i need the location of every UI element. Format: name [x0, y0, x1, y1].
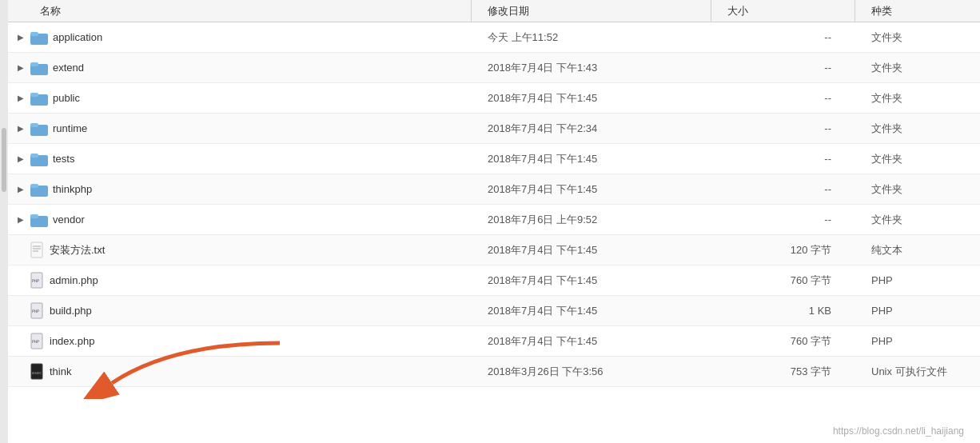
- file-name-cell: PHP build.php: [8, 296, 472, 325]
- file-name-text: 安装方法.txt: [50, 243, 105, 257]
- file-size-cell: 120 字节: [711, 243, 855, 257]
- file-date-cell: 2018年3月26日 下午3:56: [472, 365, 711, 379]
- file-type-cell: PHP: [855, 305, 980, 317]
- svg-rect-3: [30, 62, 38, 66]
- file-name-cell: 安装方法.txt: [8, 235, 472, 265]
- expand-arrow[interactable]: ▶: [16, 33, 26, 42]
- table-row[interactable]: ▶ application 今天 上午11:52 -- 文件夹: [8, 22, 980, 53]
- svg-text:PHP: PHP: [32, 309, 39, 313]
- table-row[interactable]: ▶ public 2018年7月4日 下午1:45 -- 文件夹: [8, 83, 980, 114]
- table-row[interactable]: PHP index.php 2018年7月4日 下午1:45 760 字节 PH…: [8, 326, 980, 357]
- file-size-cell: --: [711, 183, 855, 195]
- txt-file-icon: [30, 241, 45, 259]
- svg-rect-1: [30, 32, 38, 36]
- column-header-size: 大小: [711, 0, 855, 22]
- expand-arrow[interactable]: ▶: [16, 94, 26, 103]
- table-row[interactable]: ▶ runtime 2018年7月4日 下午2:34 -- 文件夹: [8, 114, 980, 144]
- file-size-cell: 760 字节: [711, 334, 855, 349]
- file-name-text: index.php: [50, 335, 94, 347]
- folder-icon: [30, 182, 48, 197]
- svg-text:exec: exec: [32, 370, 42, 375]
- expand-arrow-placeholder: [16, 337, 26, 346]
- file-date-cell: 2018年7月4日 下午1:45: [472, 182, 711, 197]
- table-row[interactable]: exec think 2018年3月26日 下午3:56 753 字节 Unix…: [8, 357, 980, 387]
- file-size-cell: --: [711, 62, 855, 74]
- file-date-cell: 2018年7月4日 下午2:34: [472, 122, 711, 136]
- table-container: 名称 修改日期 大小 种类 ▶ application 今天 上午11:52: [8, 0, 980, 387]
- table-row[interactable]: ▶ extend 2018年7月4日 下午1:43 -- 文件夹: [8, 53, 980, 83]
- unix-file-icon: exec: [30, 363, 45, 381]
- file-name-text: vendor: [53, 214, 85, 225]
- file-name-cell: ▶ public: [8, 83, 472, 113]
- file-name-cell: ▶ runtime: [8, 114, 472, 143]
- file-name-cell: ▶ thinkphp: [8, 174, 472, 204]
- file-name-text: application: [53, 31, 102, 43]
- file-type-cell: 纯文本: [855, 243, 980, 257]
- file-manager: 名称 修改日期 大小 种类 ▶ application 今天 上午11:52: [0, 0, 980, 443]
- table-row[interactable]: ▶ thinkphp 2018年7月4日 下午1:45 -- 文件夹: [8, 174, 980, 205]
- expand-arrow-placeholder: [16, 306, 26, 316]
- file-name-cell: ▶ vendor: [8, 205, 472, 234]
- column-header-type: 种类: [855, 0, 980, 22]
- file-size-cell: --: [711, 122, 855, 134]
- folder-icon: [30, 213, 48, 227]
- svg-rect-14: [31, 242, 42, 257]
- file-type-cell: 文件夹: [855, 91, 980, 106]
- expand-arrow[interactable]: ▶: [16, 215, 26, 225]
- file-type-cell: PHP: [855, 274, 980, 286]
- file-name-text: admin.php: [50, 274, 98, 286]
- expand-arrow[interactable]: ▶: [16, 154, 26, 164]
- file-type-cell: 文件夹: [855, 30, 980, 45]
- expand-arrow[interactable]: ▶: [16, 185, 26, 194]
- table-row[interactable]: ▶ vendor 2018年7月6日 上午9:52 -- 文件夹: [8, 205, 980, 235]
- file-name-cell: ▶ tests: [8, 144, 472, 174]
- file-size-cell: --: [711, 153, 855, 165]
- file-date-cell: 2018年7月4日 下午1:43: [472, 61, 711, 75]
- table-header: 名称 修改日期 大小 种类: [8, 0, 980, 22]
- svg-rect-7: [30, 123, 38, 127]
- file-date-cell: 2018年7月4日 下午1:45: [472, 304, 711, 318]
- file-type-cell: 文件夹: [855, 182, 980, 197]
- file-name-text: extend: [53, 62, 84, 74]
- file-size-cell: --: [711, 92, 855, 104]
- scrollbar[interactable]: [0, 0, 8, 443]
- file-type-cell: 文件夹: [855, 61, 980, 75]
- file-type-cell: PHP: [855, 335, 980, 347]
- file-type-cell: 文件夹: [855, 213, 980, 227]
- expand-arrow[interactable]: ▶: [16, 124, 26, 134]
- file-name-text: think: [50, 365, 71, 377]
- file-size-cell: 760 字节: [711, 273, 855, 288]
- svg-rect-5: [30, 93, 38, 97]
- file-name-text: thinkphp: [53, 183, 92, 195]
- file-name-cell: PHP index.php: [8, 326, 472, 356]
- expand-arrow-placeholder: [16, 276, 26, 285]
- scrollbar-thumb[interactable]: [2, 128, 6, 192]
- file-name-text: build.php: [50, 305, 92, 317]
- folder-icon: [30, 152, 48, 166]
- file-name-cell: exec think: [8, 357, 472, 386]
- file-name-text: tests: [53, 153, 74, 165]
- expand-arrow-placeholder: [16, 245, 26, 255]
- table-row[interactable]: PHP build.php 2018年7月4日 下午1:45 1 KB PHP: [8, 296, 980, 326]
- svg-rect-13: [30, 214, 38, 218]
- file-size-cell: --: [711, 214, 855, 225]
- file-date-cell: 2018年7月4日 下午1:45: [472, 273, 711, 288]
- file-date-cell: 2018年7月4日 下午1:45: [472, 243, 711, 257]
- expand-arrow-placeholder: [16, 367, 26, 377]
- folder-icon: [30, 91, 48, 106]
- php-file-icon: PHP: [30, 302, 45, 320]
- table-row[interactable]: PHP admin.php 2018年7月4日 下午1:45 760 字节 PH…: [8, 265, 980, 296]
- svg-rect-9: [30, 154, 38, 158]
- file-name-cell: ▶ application: [8, 22, 472, 52]
- table-row[interactable]: ▶ tests 2018年7月4日 下午1:45 -- 文件夹: [8, 144, 980, 174]
- folder-icon: [30, 30, 48, 45]
- file-date-cell: 2018年7月6日 上午9:52: [472, 213, 711, 227]
- file-type-cell: 文件夹: [855, 122, 980, 136]
- php-file-icon: PHP: [30, 272, 45, 289]
- file-type-cell: Unix 可执行文件: [855, 365, 980, 379]
- table-row[interactable]: 安装方法.txt 2018年7月4日 下午1:45 120 字节 纯文本: [8, 235, 980, 265]
- file-name-cell: ▶ extend: [8, 53, 472, 82]
- file-date-cell: 2018年7月4日 下午1:45: [472, 91, 711, 106]
- expand-arrow[interactable]: ▶: [16, 63, 26, 73]
- file-size-cell: --: [711, 31, 855, 43]
